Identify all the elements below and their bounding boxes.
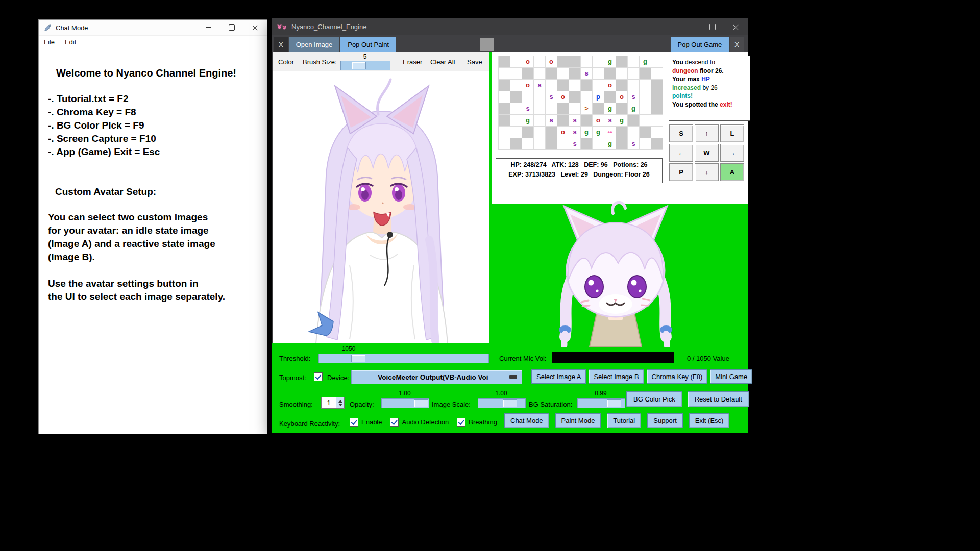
grid-cell (640, 80, 651, 91)
dropdown-indicator-icon (509, 375, 517, 379)
device-dropdown[interactable]: VoiceMeeter Output(VB-Audio Voi (351, 370, 522, 384)
pad-button-[interactable]: ← (669, 144, 693, 162)
device-value: VoiceMeeter Output(VB-Audio Voi (378, 373, 495, 381)
pad-button-[interactable]: ↓ (695, 163, 719, 181)
topmost-checkbox[interactable] (314, 372, 323, 381)
grid-cell (581, 138, 592, 149)
grid-cell (640, 91, 651, 103)
menu-edit[interactable]: Edit (65, 38, 76, 46)
save-button[interactable]: Save (467, 58, 482, 66)
checkbox-breathing[interactable]: Breathing (457, 418, 497, 427)
button-select-image-b[interactable]: Select Image B (589, 369, 644, 384)
image-scale-slider[interactable] (478, 398, 526, 408)
chat-window-controls (197, 20, 267, 35)
mic-volume-meter (552, 352, 674, 363)
checkbox-enable[interactable]: Enable (350, 418, 382, 427)
button-select-image-a[interactable]: Select Image A (531, 369, 586, 384)
game-panel: ooggsososoposs>gggssosgosgg••sgs You des… (492, 52, 748, 204)
grid-cell (569, 103, 580, 114)
button-paint-mode[interactable]: Paint Mode (555, 413, 601, 428)
checkbox-box[interactable] (350, 418, 358, 427)
color-button[interactable]: Color (278, 58, 294, 66)
button-exit-esc[interactable]: Exit (Esc) (689, 413, 730, 428)
maximize-button[interactable] (220, 20, 243, 35)
button-chroma-key-f8[interactable]: Chroma Key (F8) (647, 369, 708, 384)
tab-pop-out-paint[interactable]: Pop Out Paint (340, 37, 396, 52)
menu-file[interactable]: File (44, 38, 55, 46)
clear-all-button[interactable]: Clear All (430, 58, 455, 66)
slider-handle[interactable] (414, 399, 428, 407)
tab-pop-out-game[interactable]: Pop Out Game (671, 37, 729, 52)
slider-handle[interactable] (607, 399, 621, 407)
close-button[interactable] (243, 20, 267, 35)
checkbox-audio-detection[interactable]: Audio Detection (390, 418, 449, 427)
grid-cell: s (534, 80, 545, 91)
grid-cell (534, 115, 545, 126)
grid-cell: g (522, 115, 533, 126)
tab-close-paint[interactable]: X (274, 37, 288, 52)
slider-handle[interactable] (351, 355, 365, 362)
button-support[interactable]: Support (647, 413, 683, 428)
paint-toolbar: Color Brush Size: 5 Eraser Clear All Sav… (273, 52, 489, 72)
pad-button-[interactable]: → (720, 144, 744, 162)
grid-cell (546, 138, 557, 149)
grid-cell (593, 56, 604, 67)
pad-button-[interactable]: ↑ (695, 124, 719, 142)
row3-buttons: BG Color PickReset to Default (626, 391, 749, 407)
grid-cell (651, 115, 663, 126)
grid-cell (651, 68, 663, 79)
pad-button-w[interactable]: W (695, 144, 719, 162)
button-reset-to-default[interactable]: Reset to Default (688, 391, 749, 407)
splitter-grip[interactable] (480, 38, 494, 51)
row2-buttons: Select Image ASelect Image BChroma Key (… (531, 369, 752, 384)
grid-cell (581, 115, 592, 126)
slider-handle[interactable] (352, 62, 366, 69)
eraser-button[interactable]: Eraser (403, 58, 422, 66)
pad-button-a[interactable]: A (720, 163, 744, 181)
pad-button-s[interactable]: S (669, 124, 693, 142)
tab-open-image[interactable]: Open Image (289, 37, 340, 52)
checkbox-box[interactable] (457, 418, 465, 427)
maximize-button[interactable] (701, 18, 724, 35)
chibi-avatar-image (542, 198, 692, 347)
grid-cell (651, 80, 663, 91)
brush-size-slider[interactable] (340, 61, 390, 70)
grid-cell (522, 91, 533, 103)
grid-cell (534, 68, 545, 79)
smoothing-spinbox[interactable]: 1 (321, 397, 345, 409)
tab-close-game[interactable]: X (730, 37, 744, 52)
grid-cell: o (557, 127, 569, 138)
paint-canvas[interactable] (273, 71, 489, 343)
minimize-button[interactable] (197, 20, 220, 35)
grid-cell (604, 91, 616, 103)
grid-cell (557, 115, 569, 126)
game-grid: ooggsososoposs>gggssosgosgg••sgs (498, 56, 663, 150)
grid-cell: o (616, 91, 627, 103)
pad-button-l[interactable]: L (720, 124, 744, 142)
opacity-slider[interactable] (381, 398, 429, 408)
minimize-button[interactable] (677, 18, 701, 35)
grid-cell (628, 56, 639, 67)
chat-titlebar[interactable]: Chat Mode (39, 20, 267, 36)
grid-cell (522, 138, 533, 149)
grid-cell (640, 138, 651, 149)
grid-cell (640, 68, 651, 79)
pad-button-p[interactable]: P (669, 163, 693, 181)
spinner-arrows-icon[interactable] (336, 397, 344, 408)
button-bg-color-pick[interactable]: BG Color Pick (626, 391, 682, 407)
engine-titlebar[interactable]: Nyanco_Channel_Engine (272, 18, 748, 35)
brush-size-value: 5 (340, 53, 389, 60)
grid-cell (640, 127, 651, 138)
grid-cell: s (569, 138, 580, 149)
button-tutorial[interactable]: Tutorial (607, 413, 641, 428)
reactivity-checkboxes: EnableAudio DetectionBreathing (350, 417, 497, 427)
close-button[interactable] (724, 18, 748, 35)
bg-saturation-slider[interactable] (577, 398, 625, 408)
threshold-slider[interactable] (318, 354, 489, 363)
button-mini-game[interactable]: Mini Game (710, 369, 752, 384)
button-chat-mode[interactable]: Chat Mode (504, 413, 549, 428)
shortcut-line: -. Screen Capture = F10 (48, 132, 258, 145)
chat-content: Welcome to Nyanco Channel Engine! -. Tut… (39, 48, 267, 434)
checkbox-box[interactable] (390, 418, 399, 427)
slider-handle[interactable] (503, 399, 517, 407)
